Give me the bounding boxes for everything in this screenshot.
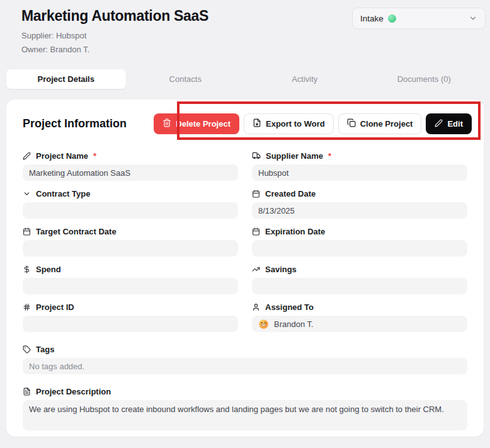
field-label: Tags xyxy=(36,345,54,354)
field-label: Savings xyxy=(265,265,297,274)
field-target-contract-date: Target Contract Date xyxy=(23,226,238,256)
tags-value[interactable]: No tags added. xyxy=(23,358,467,374)
field-label: Assigned To xyxy=(265,302,314,312)
field-project-description: Project Description We are using Hubspot… xyxy=(23,386,467,430)
project-name-value[interactable]: Marketing Automation SaaS xyxy=(23,164,238,181)
hash-icon xyxy=(23,303,31,311)
card-header: Project Information Delete Project Expor… xyxy=(6,100,484,134)
status-dot-icon xyxy=(388,14,396,23)
truck-icon xyxy=(252,151,261,160)
tab-contacts[interactable]: Contacts xyxy=(126,69,246,89)
field-contract-type: Contract Type xyxy=(23,188,238,219)
field-label: Created Date xyxy=(265,189,316,198)
project-id-value[interactable] xyxy=(23,316,238,332)
contract-type-value[interactable] xyxy=(23,202,238,219)
field-label: Expiration Date xyxy=(265,227,325,236)
page-title: Marketing Automation SaaS xyxy=(21,8,208,25)
assigned-to-value[interactable]: Brandon T. xyxy=(252,316,467,332)
target-contract-date-value[interactable] xyxy=(23,240,238,256)
supplier-subtitle: Supplier: Hubspot xyxy=(21,31,86,40)
calendar-icon xyxy=(252,190,260,198)
file-down-icon xyxy=(253,118,261,129)
field-tags: Tags No tags added. xyxy=(23,344,467,374)
created-date-value[interactable]: 8/13/2025 xyxy=(252,202,467,219)
tab-bar: Project Details Contacts Activity Docume… xyxy=(6,69,484,89)
file-text-icon xyxy=(23,388,31,396)
pencil-icon xyxy=(23,152,31,160)
beaming-face-emoji xyxy=(258,319,269,330)
project-detail-page: Marketing Automation SaaS Supplier: Hubs… xyxy=(0,0,490,448)
field-project-id: Project ID xyxy=(23,302,238,332)
savings-value[interactable] xyxy=(252,278,467,294)
card-action-buttons: Delete Project Export to Word Clone Proj… xyxy=(154,113,472,134)
clone-project-button[interactable]: Clone Project xyxy=(338,113,422,134)
status-dropdown[interactable]: Intake xyxy=(352,8,486,29)
card-title: Project Information xyxy=(23,117,154,130)
field-label: Project Description xyxy=(36,387,111,396)
field-label: Spend xyxy=(36,265,61,274)
project-description-value[interactable]: We are using Hubspot to create inbound w… xyxy=(23,400,467,430)
chevron-down-icon xyxy=(23,190,31,198)
field-label: Target Contract Date xyxy=(36,227,117,236)
user-icon xyxy=(252,303,260,311)
field-label: Project ID xyxy=(36,302,74,312)
dollar-icon xyxy=(23,265,31,273)
export-to-word-button[interactable]: Export to Word xyxy=(244,113,334,134)
field-label: Supplier Name xyxy=(266,151,323,161)
field-created-date: Created Date 8/13/2025 xyxy=(252,188,467,219)
owner-subtitle: Owner: Brandon T. xyxy=(21,45,89,54)
tag-icon xyxy=(23,345,31,353)
field-supplier-name: Supplier Name * Hubspot xyxy=(252,151,467,181)
field-savings: Savings xyxy=(252,264,467,294)
field-expiration-date: Expiration Date xyxy=(252,226,467,256)
project-details-form: Project Name * Marketing Automation SaaS… xyxy=(6,134,484,430)
field-assigned-to: Assigned To xyxy=(252,302,467,332)
supplier-name-value[interactable]: Hubspot xyxy=(252,164,467,181)
spend-value[interactable] xyxy=(23,278,238,294)
assignee-name: Brandon T. xyxy=(274,319,314,329)
required-asterisk: * xyxy=(328,151,331,161)
field-project-name: Project Name * Marketing Automation SaaS xyxy=(23,151,238,181)
field-label: Project Name xyxy=(36,151,88,161)
trash-icon xyxy=(162,118,171,129)
field-label: Contract Type xyxy=(36,189,90,198)
tab-documents[interactable]: Documents (0) xyxy=(365,69,484,89)
delete-project-button[interactable]: Delete Project xyxy=(154,113,239,134)
field-spend: Spend xyxy=(23,264,238,294)
pencil-icon xyxy=(435,119,443,129)
tab-activity[interactable]: Activity xyxy=(245,69,365,89)
required-asterisk: * xyxy=(93,151,96,161)
status-dropdown-value: Intake xyxy=(360,14,384,23)
trending-up-icon xyxy=(252,265,260,273)
tab-project-details[interactable]: Project Details xyxy=(6,69,126,89)
expiration-date-value[interactable] xyxy=(252,240,467,256)
chevron-down-icon xyxy=(469,14,477,23)
calendar-icon xyxy=(23,227,31,236)
copy-icon xyxy=(347,118,356,129)
edit-button[interactable]: Edit xyxy=(426,113,472,134)
calendar-icon xyxy=(252,227,260,236)
project-information-card: Project Information Delete Project Expor… xyxy=(6,100,484,437)
